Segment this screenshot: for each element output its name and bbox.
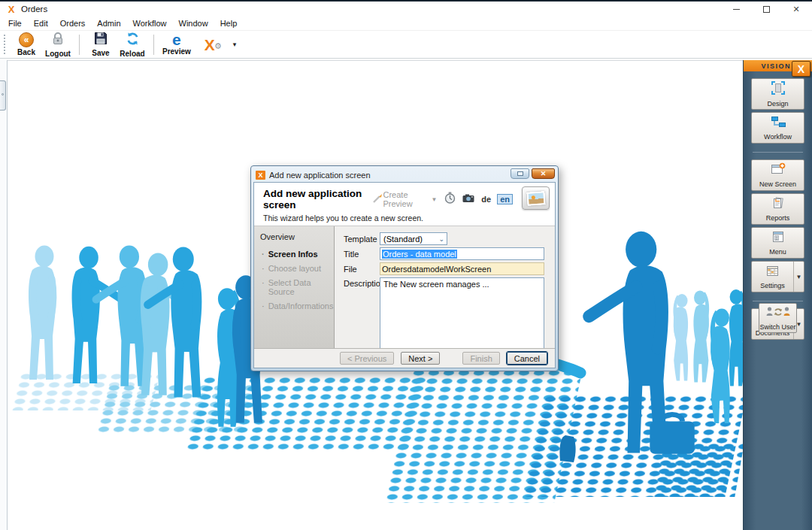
file-label: File [344, 265, 380, 274]
next-button[interactable]: Next > [401, 352, 440, 365]
switch-user-icon [765, 306, 791, 322]
reports-button[interactable]: Reports [751, 193, 804, 225]
title-label: Title [344, 250, 380, 259]
sidebar-separator [753, 152, 803, 153]
description-label: Description [344, 279, 380, 288]
menu-icon [771, 230, 786, 247]
design-icon [771, 80, 786, 98]
toolbar-separator [153, 35, 154, 55]
dialog-maximize-button[interactable] [511, 168, 529, 179]
left-collapsed-panel [0, 60, 8, 530]
tools-sidebar: VISION X Design Workflow [743, 60, 812, 530]
brand-label: VISION [761, 62, 791, 70]
workflow-icon [771, 115, 786, 132]
new-screen-icon [771, 162, 786, 179]
language-de-button[interactable]: de [481, 195, 491, 204]
close-button[interactable]: ✕ [791, 4, 801, 14]
wizard-steps-panel: Overview · Screen Infos · Choose layout … [254, 226, 335, 348]
menu-window[interactable]: Window [173, 17, 214, 29]
step-screen-infos[interactable]: · Screen Infos [260, 250, 331, 259]
workflow-button[interactable]: Workflow [751, 112, 804, 144]
x-gear-icon: X⚙ [205, 38, 215, 52]
panel-expand-handle[interactable] [0, 80, 6, 111]
padlock-icon [51, 32, 65, 49]
title-input[interactable]: Orders - data model [380, 247, 544, 260]
menubar: File Edit Orders Admin Workflow Window H… [0, 17, 812, 31]
dialog-content: Add new application screen Create Previe… [253, 182, 556, 368]
logout-button[interactable]: Logout [42, 31, 74, 59]
preview-button[interactable]: e Preview [159, 32, 194, 56]
dialog-footer: < Previous Next > Finish Cancel [254, 348, 555, 368]
dialog-app-icon: X [256, 171, 265, 180]
brush-icon [371, 192, 383, 206]
new-screen-button[interactable]: New Screen [751, 159, 804, 191]
sidebar-buttons: Design Workflow New Screen [751, 78, 804, 342]
sidebar-separator [753, 301, 803, 301]
menu-file[interactable]: File [2, 17, 28, 29]
save-button[interactable]: Save [85, 31, 117, 58]
cancel-button[interactable]: Cancel [507, 352, 547, 365]
menu-edit[interactable]: Edit [28, 17, 54, 29]
toolbar-dropdown-icon[interactable]: ▾ [233, 41, 237, 48]
minimize-button[interactable] [731, 4, 741, 14]
reload-button[interactable]: Reload [117, 31, 148, 59]
screen-preview-image-icon[interactable] [522, 186, 550, 210]
back-button[interactable]: « Back [11, 32, 42, 57]
floppy-disk-icon [94, 32, 108, 48]
finish-button[interactable]: Finish [462, 352, 499, 365]
toolbar-grip[interactable] [4, 35, 5, 54]
dialog-header: Add new application screen Create Previe… [254, 183, 555, 226]
window-controls: ✕ [731, 4, 806, 14]
settings-icon [765, 265, 780, 280]
dialog-titlebar[interactable]: X Add new application screen ✕ [253, 168, 556, 182]
menu-button[interactable]: Menu [751, 227, 804, 259]
dialog-close-button[interactable]: ✕ [532, 168, 555, 179]
step-select-data-source[interactable]: · Select Data Source [260, 278, 331, 296]
language-en-button[interactable]: en [497, 194, 513, 204]
window-title: Orders [21, 5, 47, 14]
design-button[interactable]: Design [751, 78, 804, 110]
dialog-heading: Add new application screen [263, 188, 366, 210]
xvision-tool-button[interactable]: X⚙ [194, 37, 226, 53]
toolbar: « Back Logout Save Reload e Preview [0, 31, 812, 59]
add-screen-dialog: X Add new application screen ✕ Add new a… [250, 165, 559, 371]
main-area: VISION X Design Workflow [0, 60, 812, 530]
dialog-subtitle: This wizard helps you to create a new sc… [263, 214, 547, 223]
reports-icon [771, 196, 785, 213]
window-titlebar: X Orders ✕ [0, 2, 812, 17]
vision-x-logo-icon: X [792, 61, 810, 77]
settings-dropdown-icon[interactable]: ▼ [793, 262, 804, 292]
menu-admin[interactable]: Admin [91, 17, 126, 29]
template-label: Template [344, 235, 380, 244]
menu-help[interactable]: Help [214, 17, 244, 29]
create-preview-dropdown-icon[interactable]: ▼ [431, 196, 437, 203]
steps-header: Overview [260, 232, 331, 241]
settings-button[interactable]: Settings ▼ [751, 261, 804, 292]
create-preview-label[interactable]: Create Preview [383, 190, 426, 208]
previous-button[interactable]: < Previous [340, 352, 394, 365]
step-data-informations[interactable]: · Data/Informations [260, 301, 331, 310]
dialog-title: Add new application screen [269, 171, 371, 180]
wizard-form: Template (Standard) ⌄ Title Orders - dat… [335, 226, 555, 348]
application-window: X Orders ✕ File Edit Orders Admin Workfl… [0, 0, 812, 530]
maximize-button[interactable] [761, 4, 771, 14]
switch-user-button[interactable]: Switch User [759, 303, 797, 333]
browser-e-icon: e [172, 33, 181, 47]
refresh-icon [126, 32, 140, 49]
camera-icon[interactable] [462, 192, 474, 206]
stopwatch-icon[interactable] [444, 192, 456, 207]
menu-workflow[interactable]: Workflow [127, 17, 173, 29]
back-icon: « [19, 32, 34, 47]
step-choose-layout[interactable]: · Choose layout [260, 264, 331, 273]
chevron-down-icon: ⌄ [438, 235, 444, 243]
toolbar-separator [79, 35, 80, 55]
file-input[interactable]: OrdersdatamodelWorkScreen [380, 262, 544, 275]
app-logo-icon: X [6, 5, 17, 14]
description-textarea[interactable]: The New screen manages ... [380, 277, 544, 354]
menu-orders[interactable]: Orders [54, 17, 92, 29]
template-select[interactable]: (Standard) ⌄ [380, 232, 447, 245]
